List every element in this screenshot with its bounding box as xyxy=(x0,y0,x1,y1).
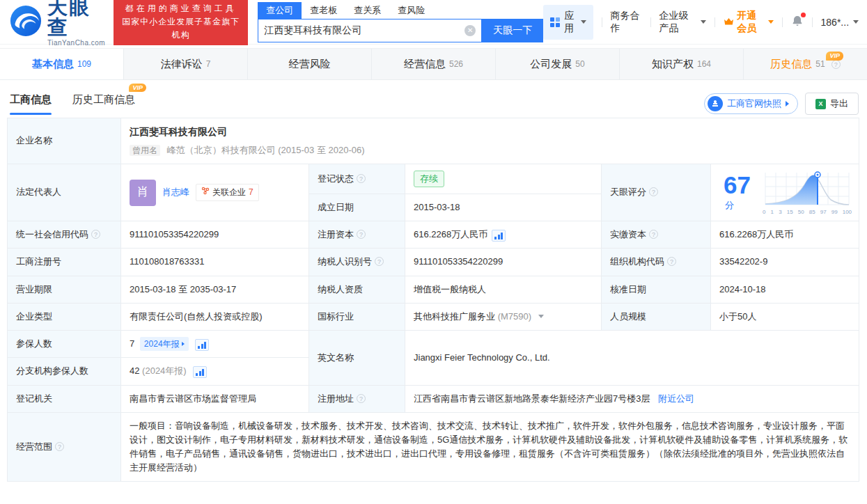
help-icon[interactable]: ? xyxy=(357,230,366,239)
vip-badge: VIP xyxy=(826,52,843,61)
search-area: 查公司 查老板 查关系 查风险 ✕ 天眼一下 xyxy=(258,2,543,42)
field-label: 注册资本? xyxy=(309,221,405,249)
field-label: 登记机关 xyxy=(8,385,121,412)
divider xyxy=(714,17,715,27)
tab-label: 历史信息 xyxy=(770,58,812,71)
score-distribution-chart: 0131550859799100 xyxy=(763,168,852,216)
help-icon[interactable]: ? xyxy=(375,257,384,266)
reg-status-label: 登记状态 xyxy=(318,173,354,184)
apps-menu-button[interactable]: 应用 xyxy=(543,5,593,40)
tab-label: 经营信息 xyxy=(404,58,446,71)
table-row: 法定代表人 肖 肖志峰 关联企业 7 登记状态? xyxy=(8,164,859,194)
trend-chart-icon[interactable] xyxy=(492,230,506,242)
field-label: 英文名称 xyxy=(309,330,405,385)
divider xyxy=(782,17,783,27)
field-label: 分支机构参保人数 xyxy=(8,358,121,385)
taxpayer-quality-value: 增值税一般纳税人 xyxy=(405,276,602,303)
status-badge: 存续 xyxy=(414,171,444,187)
nearby-companies-link[interactable]: 附近公司 xyxy=(658,393,694,404)
help-icon[interactable]: ? xyxy=(667,257,676,266)
credit-code-value: 911101053354220299 xyxy=(121,221,309,249)
export-button[interactable]: X 导出 xyxy=(805,93,859,115)
field-label: 企业类型 xyxy=(8,303,121,330)
table-row: 参保人数 7 2024年报 英文名称 Jiangxi Feier Technol… xyxy=(8,330,859,358)
trend-chart-icon[interactable] xyxy=(195,339,209,351)
chevron-down-icon[interactable] xyxy=(538,315,544,318)
tab-operating-info[interactable]: 经营信息 526 xyxy=(372,49,496,79)
help-icon[interactable]: ? xyxy=(91,230,100,239)
help-icon[interactable]: ? xyxy=(357,394,366,403)
top-nav: 应用 商务合作 企业级产品 开通会员 xyxy=(543,5,859,40)
tab-operating-risk[interactable]: 经营风险 xyxy=(248,49,372,79)
chevron-down-icon xyxy=(853,20,859,24)
table-row: 工商注册号 110108018763331 纳税人识别号? 9111010533… xyxy=(8,249,859,276)
trend-chart-icon[interactable] xyxy=(193,366,207,378)
nav-enterprise-label: 企业级产品 xyxy=(659,10,697,35)
field-label: 登记状态? xyxy=(309,164,405,194)
approval-date-value: 2024-10-18 xyxy=(711,276,859,303)
score-label: 天眼评分 xyxy=(610,187,646,197)
tab-legal-litigation[interactable]: 法律诉讼 7 xyxy=(124,49,248,79)
reg-address-value: 江西省南昌市青云谱区新地路景泰华新经济产业园7号楼3层 xyxy=(414,393,650,404)
notification-bell[interactable] xyxy=(791,15,804,29)
search-input[interactable] xyxy=(264,25,464,36)
industry-value: 其他科技推广服务业 xyxy=(414,311,495,322)
snapshot-label: 工商官网快照 xyxy=(727,97,781,110)
legal-rep-link[interactable]: 肖志峰 xyxy=(162,185,189,199)
english-name-value: Jiangxi Feier Technology Co., Ltd. xyxy=(405,330,859,385)
tab-intellectual-property[interactable]: 知识产权 164 xyxy=(620,49,744,79)
help-icon[interactable]: ? xyxy=(55,442,64,451)
search-clear-icon[interactable]: ✕ xyxy=(464,25,476,36)
field-label: 天眼评分? xyxy=(602,164,711,221)
tab-count: 51 xyxy=(815,59,825,69)
account-menu[interactable]: 186*... xyxy=(821,17,859,28)
vip-badge: VIP xyxy=(129,84,146,93)
reg-status-cell: 存续 xyxy=(405,164,602,194)
help-icon[interactable]: ? xyxy=(357,174,366,183)
help-icon[interactable]: ? xyxy=(649,230,658,239)
relation-icon xyxy=(201,186,210,199)
account-phone: 186*... xyxy=(821,17,849,28)
search-tab-company[interactable]: 查公司 xyxy=(258,2,302,19)
field-label: 纳税人识别号? xyxy=(309,249,405,276)
help-icon[interactable]: ? xyxy=(831,60,841,69)
chevron-down-icon xyxy=(768,20,774,24)
nav-enterprise[interactable]: 企业级产品 xyxy=(659,10,707,35)
legal-rep-cell: 肖 肖志峰 关联企业 7 xyxy=(121,164,309,221)
search-button[interactable]: 天眼一下 xyxy=(482,19,543,42)
org-code-value: 33542202-9 xyxy=(711,249,859,276)
paid-capital-value: 616.2268万人民币 xyxy=(711,221,859,249)
tab-count: 7 xyxy=(206,59,211,69)
tab-count: 50 xyxy=(575,59,584,69)
est-date-value: 2015-03-18 xyxy=(405,194,602,221)
table-row: 企业名称 江西斐耳科技有限公司 曾用名 峰范（北京）科技有限公司 (2015-0… xyxy=(8,118,859,164)
nav-cooperation[interactable]: 商务合作 xyxy=(611,10,642,35)
score-unit: 分 xyxy=(725,200,734,210)
search-box: ✕ xyxy=(258,19,482,42)
help-icon[interactable]: ? xyxy=(649,187,658,196)
logo[interactable]: 天眼查 TianYanCha.com xyxy=(10,0,105,47)
field-label: 纳税人资质 xyxy=(309,276,405,303)
divider xyxy=(812,17,813,27)
former-name-tag: 曾用名 xyxy=(130,145,160,156)
tab-label: 经营风险 xyxy=(289,58,331,71)
branch-insured-cell: 42 (2024年报) xyxy=(121,358,309,385)
official-snapshot-button[interactable]: 工商官网快照 xyxy=(704,93,798,114)
avatar[interactable]: 肖 xyxy=(130,180,156,206)
search-tab-relation[interactable]: 查关系 xyxy=(345,2,389,19)
search-tab-boss[interactable]: 查老板 xyxy=(302,2,345,19)
tab-history-info[interactable]: VIP 历史信息 51 ? xyxy=(744,49,867,79)
subtab-business-info[interactable]: 工商信息 xyxy=(10,93,52,115)
search-tab-risk[interactable]: 查风险 xyxy=(389,2,433,19)
tab-count: 109 xyxy=(77,59,91,69)
subtab-history-business-info[interactable]: VIP 历史工商信息 xyxy=(72,93,135,115)
score-cell: 67分 xyxy=(711,164,859,221)
divider xyxy=(650,17,651,27)
nav-vip[interactable]: 开通会员 xyxy=(724,10,774,35)
related-companies-badge[interactable]: 关联企业 7 xyxy=(196,184,259,201)
logo-text: 天眼查 xyxy=(47,0,105,38)
field-label: 核准日期 xyxy=(602,276,711,303)
annual-report-badge[interactable]: 2024年报 xyxy=(140,337,189,352)
tab-basic-info[interactable]: 基本信息 109 xyxy=(0,49,124,79)
tab-company-development[interactable]: 公司发展 50 xyxy=(496,49,620,79)
